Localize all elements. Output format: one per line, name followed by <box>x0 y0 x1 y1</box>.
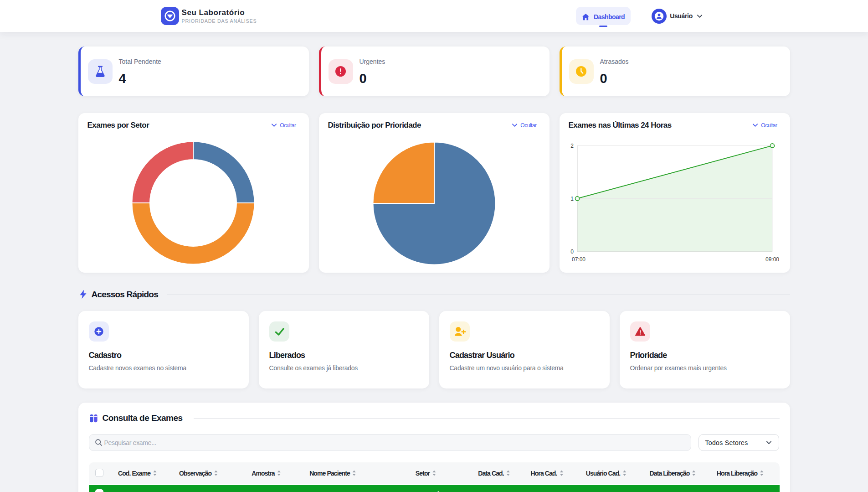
svg-text:1: 1 <box>570 196 574 202</box>
svg-text:09:00: 09:00 <box>765 256 779 263</box>
svg-text:07:00: 07:00 <box>571 256 585 263</box>
svg-text:0: 0 <box>570 249 574 255</box>
svg-text:2: 2 <box>570 143 574 149</box>
